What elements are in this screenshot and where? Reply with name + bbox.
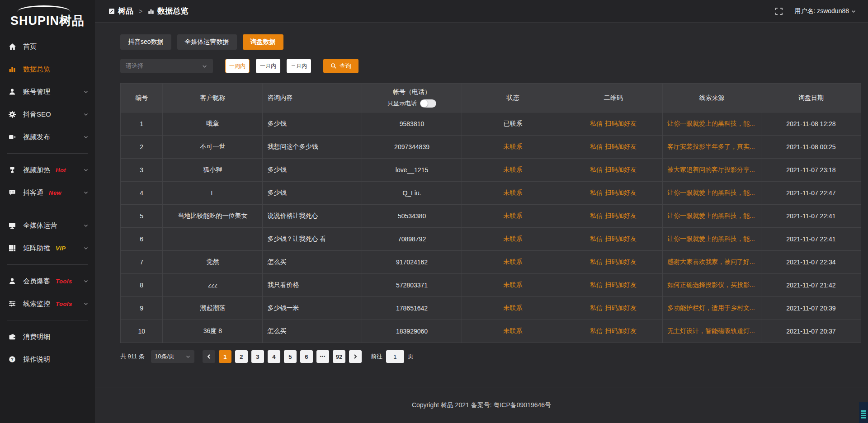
scan-add-friend-link[interactable]: 扫码加好友 xyxy=(605,327,637,334)
private-message-link[interactable]: 私信 xyxy=(590,166,603,173)
private-message-link[interactable]: 私信 xyxy=(590,304,603,311)
sidebar-item-label: 视频加热 xyxy=(23,166,50,174)
query-button[interactable]: 查询 xyxy=(323,59,359,73)
scan-add-friend-link[interactable]: 扫码加好友 xyxy=(605,120,637,127)
scan-add-friend-link[interactable]: 扫码加好友 xyxy=(605,235,637,242)
private-message-link[interactable]: 私信 xyxy=(590,258,603,265)
page-button-4[interactable]: 4 xyxy=(268,350,280,363)
range-three-month-button[interactable]: 三月内 xyxy=(287,59,311,73)
lead-source-link[interactable]: 感谢大家喜欢我家，被问了好... xyxy=(662,251,761,274)
lead-source-link[interactable]: 让你一眼就爱上的黑科技，能... xyxy=(662,205,761,228)
scan-add-friend-link[interactable]: 扫码加好友 xyxy=(605,143,637,150)
phone-only-toggle[interactable] xyxy=(420,99,436,108)
goto-page-input[interactable] xyxy=(386,350,404,363)
page-size-select[interactable]: 10条/页 xyxy=(151,350,194,363)
cell-content: 我想问这个多少钱 xyxy=(263,136,362,159)
sidebar-item-label: 线索监控 xyxy=(23,300,50,308)
wallet-icon xyxy=(8,333,16,341)
chevron-down-icon xyxy=(83,167,89,173)
sidebar-item-omni-media[interactable]: 全媒体运营 xyxy=(0,214,95,237)
home-icon xyxy=(8,42,16,51)
tab-douyin-seo-data[interactable]: 抖音seo数据 xyxy=(120,34,171,50)
lead-source-link[interactable]: 让你一眼就爱上的黑科技，能... xyxy=(662,228,761,251)
cell-qrcode: 私信扫码加好友 xyxy=(564,205,663,228)
cell-date: 2021-11-07 22:41 xyxy=(761,228,861,251)
scan-add-friend-link[interactable]: 扫码加好友 xyxy=(605,166,637,173)
sidebar-item-member-burst[interactable]: 会员爆客 Tools xyxy=(0,270,95,292)
copyright-text: Copyright 树品 2021 备案号: 粤ICP备09019646号 xyxy=(412,401,551,409)
page-button-6[interactable]: 6 xyxy=(300,350,313,363)
status-badge: 未联系 xyxy=(462,297,564,320)
private-message-link[interactable]: 私信 xyxy=(590,189,603,196)
cell-content: 怎么买 xyxy=(263,251,362,274)
sidebar-item-matrix-boost[interactable]: 矩阵助推 VIP xyxy=(0,237,95,259)
lead-source-link[interactable]: 如何正确选择投影仪，买投影... xyxy=(662,274,761,297)
logo-arc xyxy=(17,5,71,12)
breadcrumb-root[interactable]: 树品 xyxy=(118,6,133,16)
page-button-2[interactable]: 2 xyxy=(235,350,248,363)
sidebar-item-lead-monitor[interactable]: 线索监控 Tools xyxy=(0,292,95,315)
table-row: 8 zzz 我只看价格 572803371 未联系 私信扫码加好友 如何正确选择… xyxy=(121,274,861,297)
corner-widget[interactable] xyxy=(859,402,868,423)
private-message-link[interactable]: 私信 xyxy=(590,143,603,150)
cell-account: 178651642 xyxy=(362,297,462,320)
lead-source-link[interactable]: 被大家追着问的客厅投影分享... xyxy=(662,159,761,182)
range-one-week-button[interactable]: 一周内 xyxy=(225,59,250,73)
tab-inquiry-data[interactable]: 询盘数据 xyxy=(243,34,283,50)
next-page-button[interactable] xyxy=(349,350,362,363)
scan-add-friend-link[interactable]: 扫码加好友 xyxy=(605,304,637,311)
cell-date: 2021-11-07 21:42 xyxy=(761,274,861,297)
scan-add-friend-link[interactable]: 扫码加好友 xyxy=(605,281,637,288)
bar-chart-icon xyxy=(8,65,16,73)
sidebar-item-instructions[interactable]: ? 操作说明 xyxy=(0,348,95,371)
scan-add-friend-link[interactable]: 扫码加好友 xyxy=(605,258,637,265)
cell-nickname: 不可一世 xyxy=(163,136,263,159)
sidebar-item-data-overview[interactable]: 数据总览 xyxy=(0,58,95,80)
sidebar-item-video-heat[interactable]: 视频加热 Hot xyxy=(0,159,95,181)
sidebar-item-expense-detail[interactable]: 消费明细 xyxy=(0,325,95,348)
cell-nickname xyxy=(163,228,263,251)
cell-account: 183929060 xyxy=(362,320,462,343)
cell-content: 多少钱？让我死心 看 xyxy=(263,228,362,251)
prev-page-button[interactable] xyxy=(203,350,215,363)
status-badge: 未联系 xyxy=(462,320,564,343)
lead-source-link[interactable]: 让你一眼就爱上的黑科技，能... xyxy=(662,113,761,136)
scan-add-friend-link[interactable]: 扫码加好友 xyxy=(605,189,637,196)
private-message-link[interactable]: 私信 xyxy=(590,281,603,288)
sidebar-item-home[interactable]: 首页 xyxy=(0,35,95,58)
chevron-down-icon xyxy=(185,354,191,359)
grid-icon xyxy=(8,244,16,252)
tab-omni-media-data[interactable]: 全媒体运营数据 xyxy=(177,34,237,50)
range-one-month-button[interactable]: 一月内 xyxy=(256,59,280,73)
cell-date: 2021-11-07 22:34 xyxy=(761,251,861,274)
sidebar-item-account-manage[interactable]: 账号管理 xyxy=(0,80,95,103)
sidebar-item-doukertong[interactable]: 抖客通 New xyxy=(0,181,95,204)
private-message-link[interactable]: 私信 xyxy=(590,212,603,219)
table-row: 7 觉然 怎么买 917024162 未联系 私信扫码加好友 感谢大家喜欢我家，… xyxy=(121,251,861,274)
user-icon xyxy=(8,88,16,96)
lead-source-link[interactable]: 让你一眼就爱上的黑科技，能... xyxy=(662,182,761,205)
page-button-5[interactable]: 5 xyxy=(284,350,297,363)
private-message-link[interactable]: 私信 xyxy=(590,327,603,334)
private-message-link[interactable]: 私信 xyxy=(590,120,603,127)
private-message-link[interactable]: 私信 xyxy=(590,235,603,242)
page-button-3[interactable]: 3 xyxy=(251,350,264,363)
fullscreen-icon[interactable] xyxy=(775,8,783,15)
chevron-down-icon xyxy=(83,89,89,94)
cell-no: 9 xyxy=(121,297,163,320)
page-button-92[interactable]: 92 xyxy=(333,350,345,363)
sidebar-item-video-publish[interactable]: 视频发布 xyxy=(0,126,95,148)
sidebar-item-label: 消费明细 xyxy=(23,333,50,341)
status-badge: 未联系 xyxy=(462,159,564,182)
scan-add-friend-link[interactable]: 扫码加好友 xyxy=(605,212,637,219)
filter-select[interactable]: 请选择 xyxy=(120,59,213,73)
cell-nickname: 哦章 xyxy=(163,113,263,136)
lead-source-link[interactable]: 多功能护栏灯，适用于乡村文... xyxy=(662,297,761,320)
lead-source-link[interactable]: 无主灯设计，智能磁吸轨道灯... xyxy=(662,320,761,343)
user-menu[interactable]: 用户名: zswodun88 xyxy=(794,7,856,15)
lead-source-link[interactable]: 客厅安装投影半年多了，真实... xyxy=(662,136,761,159)
sidebar-divider xyxy=(7,209,88,209)
page-button-1[interactable]: 1 xyxy=(219,350,231,363)
pagination-more-button[interactable]: ••• xyxy=(316,350,329,363)
sidebar-item-douyin-seo[interactable]: 抖音SEO xyxy=(0,103,95,126)
